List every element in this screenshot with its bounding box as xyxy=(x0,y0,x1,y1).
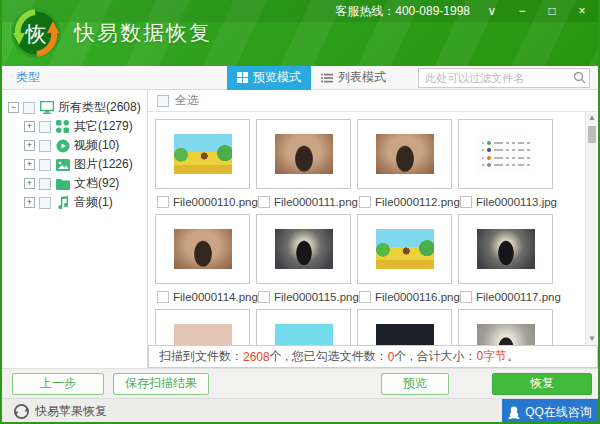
dropdown-icon[interactable]: ∨ xyxy=(484,3,500,19)
tree-item-2[interactable]: +图片(1226) xyxy=(8,155,147,174)
file-label-row: File0000114.png xyxy=(155,287,250,307)
app-title: 快易数据恢复 xyxy=(74,19,212,47)
recycle-icon xyxy=(14,404,29,419)
expand-toggle-icon[interactable]: + xyxy=(24,140,35,151)
thumbnail-box[interactable] xyxy=(458,309,553,345)
file-card[interactable]: File0000110.png xyxy=(155,119,250,212)
file-checkbox[interactable] xyxy=(359,291,371,303)
back-button[interactable]: 上一步 xyxy=(12,373,104,395)
thumbnail-box[interactable] xyxy=(155,119,250,189)
file-card[interactable]: File0000113.jpg xyxy=(458,119,553,212)
thumbnail-box[interactable] xyxy=(155,214,250,284)
thumbnail-box[interactable] xyxy=(256,309,351,345)
file-card[interactable]: File0000117.png xyxy=(458,214,553,307)
status-text-3: 个 , 合计大小： xyxy=(394,348,476,365)
collapse-toggle-icon[interactable]: − xyxy=(8,102,19,113)
thumbnail-image xyxy=(275,229,333,269)
brand: 恢 快易数据恢复 xyxy=(10,7,212,59)
tree-item-all-types[interactable]: −所有类型(2608) xyxy=(8,98,147,117)
tree-checkbox[interactable] xyxy=(39,159,51,171)
file-name: File0000114.png xyxy=(173,291,258,303)
file-card[interactable]: File0000111.png xyxy=(256,119,351,212)
file-name: File0000113.jpg xyxy=(476,196,557,208)
scanned-count: 2608 xyxy=(243,350,270,364)
file-checkbox[interactable] xyxy=(460,196,472,208)
thumbnail-image xyxy=(275,134,333,174)
thumbnail-box[interactable] xyxy=(357,214,452,284)
file-checkbox[interactable] xyxy=(157,196,169,208)
search-input[interactable] xyxy=(418,68,590,88)
thumbnail-box[interactable] xyxy=(357,309,452,345)
thumbnail-box[interactable] xyxy=(256,119,351,189)
file-checkbox[interactable] xyxy=(359,196,371,208)
file-card[interactable]: File0000114.png xyxy=(155,214,250,307)
file-label-row: File0000112.png xyxy=(357,192,452,212)
search-box xyxy=(418,68,590,88)
file-name: File0000111.png xyxy=(274,196,358,208)
tree-checkbox[interactable] xyxy=(39,140,51,152)
expand-toggle-icon[interactable]: + xyxy=(24,159,35,170)
recover-button[interactable]: 恢复 xyxy=(492,373,592,395)
tree-checkbox[interactable] xyxy=(39,178,51,190)
select-all-row: 全选 xyxy=(148,90,598,112)
file-checkbox[interactable] xyxy=(157,291,169,303)
monitor-icon xyxy=(39,101,54,115)
minimize-icon[interactable]: − xyxy=(514,3,530,19)
status-text-1: 扫描到文件数： xyxy=(159,348,243,365)
thumbnail-box[interactable] xyxy=(357,119,452,189)
file-card[interactable] xyxy=(357,309,452,345)
thumbnail-box[interactable] xyxy=(458,214,553,284)
tree-checkbox[interactable] xyxy=(39,121,51,133)
file-card[interactable] xyxy=(256,309,351,345)
file-checkbox[interactable] xyxy=(258,196,270,208)
thumbnail-box[interactable] xyxy=(256,214,351,284)
action-button-bar: 上一步 保存扫描结果 预览 恢复 xyxy=(2,368,598,398)
expand-toggle-icon[interactable]: + xyxy=(24,178,35,189)
thumbnail-box[interactable] xyxy=(155,309,250,345)
scroll-down-icon[interactable]: ▼ xyxy=(586,333,598,345)
file-card[interactable] xyxy=(458,309,553,345)
file-checkbox[interactable] xyxy=(258,291,270,303)
file-card[interactable]: File0000116.png xyxy=(357,214,452,307)
file-card[interactable]: File0000112.png xyxy=(357,119,452,212)
thumbnail-image xyxy=(376,324,434,345)
file-checkbox[interactable] xyxy=(460,291,472,303)
file-name: File0000116.png xyxy=(375,291,460,303)
tree-item-1[interactable]: +视频(10) xyxy=(8,136,147,155)
tree-item-4[interactable]: +音频(1) xyxy=(8,193,147,212)
maximize-icon[interactable]: □ xyxy=(544,3,560,19)
scroll-up-icon[interactable]: ▲ xyxy=(586,112,598,124)
expand-toggle-icon[interactable]: + xyxy=(24,197,35,208)
save-scan-button[interactable]: 保存扫描结果 xyxy=(113,373,209,395)
svg-text:恢: 恢 xyxy=(25,22,47,46)
thumbnail-grid: File0000110.pngFile0000111.pngFile000011… xyxy=(148,112,598,345)
tree-item-0[interactable]: +其它(1279) xyxy=(8,117,147,136)
qq-support-button[interactable]: QQ在线咨询 xyxy=(502,399,598,424)
close-icon[interactable]: × xyxy=(574,3,590,19)
qq-penguin-icon xyxy=(508,406,520,419)
thumbnail-box[interactable] xyxy=(458,119,553,189)
thumbnail-image xyxy=(477,134,535,174)
file-card[interactable] xyxy=(155,309,250,345)
list-mode-button[interactable]: 列表模式 xyxy=(311,66,396,90)
thumbnail-image xyxy=(376,134,434,174)
file-label-row: File0000116.png xyxy=(357,287,452,307)
tree-checkbox[interactable] xyxy=(23,102,35,114)
tree-checkbox[interactable] xyxy=(39,197,51,209)
expand-toggle-icon[interactable]: + xyxy=(24,121,35,132)
tree-item-3[interactable]: +文档(92) xyxy=(8,174,147,193)
grid-dots-icon xyxy=(55,120,70,134)
list-mode-label: 列表模式 xyxy=(338,69,386,86)
thumbnail-image xyxy=(174,229,232,269)
scrollbar-thumb[interactable] xyxy=(588,126,596,143)
select-all-checkbox[interactable] xyxy=(157,95,169,107)
search-icon[interactable] xyxy=(573,71,586,84)
file-label-row: File0000117.png xyxy=(458,287,553,307)
vertical-scrollbar[interactable]: ▲ ▼ xyxy=(585,112,597,345)
preview-mode-button[interactable]: 预览模式 xyxy=(227,66,311,90)
video-icon xyxy=(55,139,70,153)
tree-item-label: 所有类型(2608) xyxy=(58,99,141,116)
file-card[interactable]: File0000115.png xyxy=(256,214,351,307)
file-panel: 全选 File0000110.pngFile0000111.pngFile000… xyxy=(148,90,598,368)
preview-button[interactable]: 预览 xyxy=(381,373,449,395)
